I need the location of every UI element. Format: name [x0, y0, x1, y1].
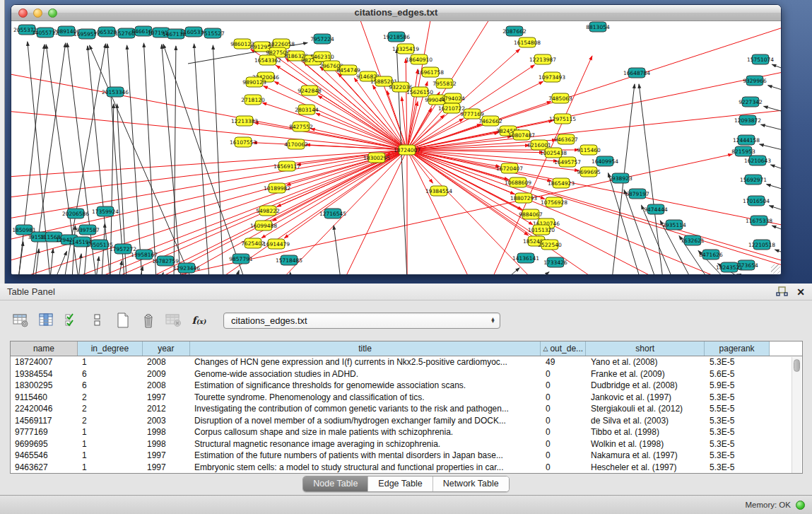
graph-node[interactable]: 9890123	[242, 77, 266, 87]
table-cell[interactable]: 2003	[143, 415, 190, 427]
graph-node[interactable]: 19384554	[425, 186, 452, 196]
graph-node[interactable]: 10756928	[541, 197, 567, 207]
table-row[interactable]: 2242004622012Investigating the contribut…	[11, 403, 802, 415]
table-cell[interactable]: 1	[78, 462, 143, 474]
table-scrollbar-thumb[interactable]	[794, 359, 800, 372]
canvas-resize-grip[interactable]	[771, 264, 780, 274]
network-window[interactable]: citations_edges.txt 18724007183002951938…	[11, 4, 782, 274]
window-close-button[interactable]	[18, 8, 28, 18]
graph-node[interactable]: 16648784	[623, 68, 650, 78]
table-cell[interactable]: Disruption of a novel member of a sodium…	[190, 415, 541, 427]
table-row[interactable]: 946554611997Estimation of the future num…	[11, 450, 802, 462]
delete-table-icon[interactable]	[164, 311, 183, 329]
graph-node[interactable]: 17016504	[743, 196, 770, 206]
table-cell[interactable]: 2008	[143, 380, 190, 392]
table-cell[interactable]: Yano et al. (2008)	[587, 356, 705, 368]
column-header-year[interactable]: year	[143, 341, 190, 356]
graph-node[interactable]: 7625402	[241, 238, 265, 248]
graph-node[interactable]: 20206586	[62, 209, 89, 218]
table-cell[interactable]: 9463627	[11, 462, 78, 474]
graph-node[interactable]: 7515527	[201, 28, 225, 38]
graph-node[interactable]: 12213383	[231, 116, 258, 126]
graph-node[interactable]: 9115460	[577, 145, 601, 155]
table-cell[interactable]: 2012	[143, 403, 190, 415]
table-cell[interactable]: Estimation of significance thresholds fo…	[190, 380, 541, 392]
graph-node[interactable]: 8427552	[289, 122, 313, 132]
graph-node[interactable]: 2935114	[662, 220, 686, 230]
window-minimize-button[interactable]	[33, 8, 42, 18]
table-cell[interactable]: 1	[78, 438, 143, 450]
table-cell[interactable]: 1998	[143, 438, 190, 450]
table-cell[interactable]: 5.3E-5	[705, 450, 770, 462]
table-cell[interactable]: 5.5E-5	[705, 403, 770, 415]
column-header-title[interactable]: title	[190, 341, 541, 356]
graph-node[interactable]: 9463627	[554, 134, 578, 144]
table-cell[interactable]: Hescheler et al. (1997)	[587, 462, 705, 474]
table-cell[interactable]: 5.3E-5	[705, 462, 770, 474]
graph-node[interactable]: 14136141	[512, 253, 539, 263]
graph-node[interactable]: 9699695	[577, 167, 601, 177]
graph-node[interactable]: 8813054	[586, 22, 610, 32]
graph-node[interactable]: 12210518	[748, 240, 775, 250]
graph-node[interactable]: 12213987	[529, 54, 556, 64]
table-cell[interactable]: Franke et al. (2009)	[587, 368, 705, 380]
graph-node[interactable]: 7632621	[681, 235, 705, 245]
table-cell[interactable]: Dudbridge et al. (2008)	[587, 380, 705, 392]
table-cell[interactable]: 0	[541, 368, 587, 380]
column-header-out_de...[interactable]: △out_de...	[541, 341, 586, 356]
graph-node[interactable]: 9857791	[229, 254, 253, 264]
show-columns-icon[interactable]	[37, 311, 56, 329]
tab-node-table[interactable]: Node Table	[303, 477, 368, 491]
network-svg[interactable]: 1872400718300295193845549860123891295418…	[11, 21, 781, 274]
graph-node[interactable]: 12975115	[549, 114, 576, 124]
table-cell[interactable]: 5.9E-5	[705, 380, 770, 392]
graph-node[interactable]: 4170062	[284, 139, 308, 149]
table-cell[interactable]: 1	[78, 426, 143, 438]
graph-node[interactable]: 2718120	[241, 95, 265, 105]
table-cell[interactable]: 2009	[143, 368, 190, 380]
table-cell[interactable]: 0	[541, 426, 587, 438]
table-cell[interactable]: 9115460	[11, 392, 78, 404]
table-cell[interactable]: 1	[78, 450, 143, 462]
window-titlebar[interactable]: citations_edges.txt	[11, 5, 781, 21]
table-cell[interactable]: 22420046	[11, 403, 78, 415]
graph-node[interactable]: 16720407	[496, 163, 523, 173]
graph-node[interactable]: 16495757	[554, 157, 581, 167]
float-panel-icon[interactable]	[776, 286, 788, 297]
tab-edge-table[interactable]: Edge Table	[368, 477, 433, 491]
graph-node[interactable]: 1733426	[543, 257, 567, 267]
table-cell[interactable]: 0	[541, 462, 587, 474]
graph-node[interactable]: 2522540	[538, 240, 562, 250]
table-cell[interactable]: 9465546	[11, 450, 78, 462]
graph-node[interactable]: 16107553	[230, 137, 257, 147]
table-cell[interactable]: 2	[78, 415, 143, 427]
table-cell[interactable]: 18300295	[11, 380, 78, 392]
graph-node[interactable]: 9227342	[739, 97, 763, 107]
table-cell[interactable]: 2	[78, 403, 143, 415]
graph-node[interactable]: 9884067	[519, 209, 543, 219]
table-cell[interactable]: 14569117	[11, 415, 78, 427]
graph-node[interactable]: 16409954	[592, 156, 618, 166]
graph-node[interactable]: 10025438	[540, 148, 567, 158]
graph-node[interactable]: 10151320	[528, 225, 555, 235]
table-cell[interactable]: 6	[78, 368, 143, 380]
graph-node[interactable]: 14569117	[273, 161, 300, 171]
close-panel-icon[interactable]: ✕	[796, 287, 805, 297]
table-cell[interactable]: Embryonic stem cells: a model to study s…	[190, 462, 541, 474]
graph-node[interactable]: 16961758	[417, 67, 444, 77]
table-cell[interactable]: 2008	[143, 356, 190, 368]
graph-node[interactable]: 7485063	[548, 93, 572, 103]
delete-rows-icon[interactable]	[139, 311, 158, 329]
graph-node[interactable]: 9242848	[298, 86, 322, 95]
table-cell[interactable]: 0	[541, 415, 587, 427]
graph-node[interactable]: 12093872	[734, 115, 761, 125]
table-cell[interactable]: 5.6E-5	[705, 368, 770, 380]
table-cell[interactable]: Estimation of the future numbers of pati…	[190, 450, 541, 462]
table-cell[interactable]: 5.3E-5	[705, 426, 770, 438]
table-row[interactable]: 911546021997Tourette syndrome. Phenomeno…	[11, 392, 802, 404]
table-cell[interactable]: 5.3E-5	[705, 392, 770, 404]
graph-node[interactable]: 9397587	[76, 225, 100, 235]
graph-node[interactable]: 16210643	[744, 156, 771, 165]
graph-node[interactable]: 8471626	[699, 250, 723, 259]
table-row[interactable]: 946362711997Embryonic stem cells: a mode…	[11, 462, 802, 474]
